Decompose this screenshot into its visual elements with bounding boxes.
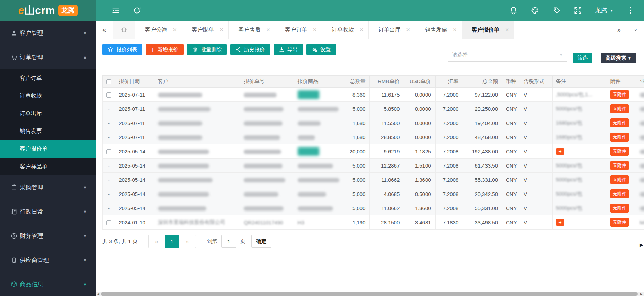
sidebar-item-供应商管理[interactable]: 供应商管理▼ bbox=[0, 248, 96, 272]
cell-customer bbox=[154, 201, 240, 215]
confirm-page-button[interactable]: 确定 bbox=[251, 235, 271, 248]
scrollbar-thumb[interactable] bbox=[101, 292, 638, 296]
column-header-报价单号: 报价单号 bbox=[240, 76, 294, 88]
current-page-button[interactable]: 1 bbox=[165, 235, 179, 248]
sidebar-item-商品信息[interactable]: 商品信息▼ bbox=[0, 272, 96, 296]
cell-qty: 1,190 bbox=[345, 215, 370, 230]
advanced-search-button[interactable]: 高级搜索 ▼ bbox=[601, 53, 636, 63]
close-icon[interactable]: ✕ bbox=[220, 27, 224, 33]
row-group-dash: - bbox=[108, 163, 110, 169]
close-icon[interactable]: ✕ bbox=[313, 27, 317, 33]
tab-label: 客户售后 bbox=[238, 26, 260, 34]
sidebar-subitem-客户报价单[interactable]: 客户报价单 bbox=[0, 140, 96, 158]
tab-bar: « 客户公海✕客户跟单✕客户售后✕客户订单✕订单收款✕订单出库✕销售发票✕客户报… bbox=[96, 21, 644, 39]
blurred-product-tag bbox=[298, 147, 319, 156]
column-header-RMB单价: RMB单价 bbox=[370, 76, 404, 88]
sidebar-item-采购管理[interactable]: 采购管理▼ bbox=[0, 175, 96, 199]
sidebar-subitem-客户订单[interactable]: 客户订单 bbox=[0, 69, 96, 87]
cell-salesperson bbox=[636, 144, 644, 159]
next-page-button[interactable]: » bbox=[179, 235, 196, 248]
toolbar-button-批量删除[interactable]: 批量删除 bbox=[187, 44, 227, 55]
tab-客户订单[interactable]: 客户订单✕ bbox=[275, 21, 322, 39]
sidebar-subitem-订单收款[interactable]: 订单收款 bbox=[0, 87, 96, 105]
close-icon[interactable]: ✕ bbox=[173, 27, 177, 33]
toolbar-button-设置[interactable]: 设置 bbox=[306, 44, 336, 55]
tag-icon[interactable] bbox=[552, 6, 561, 15]
crm-app: e山crm 龙腾 龙腾 ▼ bbox=[0, 0, 644, 296]
sidebar-item-订单管理[interactable]: 订单管理▲ bbox=[0, 45, 96, 69]
row-checkbox[interactable] bbox=[106, 220, 111, 225]
row-checkbox[interactable] bbox=[106, 149, 111, 154]
tab-订单出库[interactable]: 订单出库✕ bbox=[369, 21, 415, 39]
tab-销售发票[interactable]: 销售发票✕ bbox=[415, 21, 462, 39]
toolbar-button-历史报价[interactable]: 历史报价 bbox=[230, 44, 270, 55]
fullscreen-icon[interactable] bbox=[573, 6, 582, 15]
tabs-dropdown-icon[interactable]: ˅ bbox=[627, 21, 644, 39]
close-icon[interactable]: ✕ bbox=[359, 27, 364, 33]
goto-page-input[interactable] bbox=[221, 235, 236, 248]
cell-currency: CNY bbox=[502, 102, 520, 116]
collapse-menu-icon[interactable] bbox=[111, 6, 120, 15]
tab-客户公海[interactable]: 客户公海✕ bbox=[135, 21, 182, 39]
cell-qty: 5,000 bbox=[345, 159, 370, 173]
blurred-content bbox=[244, 150, 281, 154]
pager: « 1 » bbox=[148, 235, 196, 248]
scroll-right-arrow-icon[interactable]: ▶ bbox=[640, 292, 643, 296]
cell-tax-type: V bbox=[520, 187, 553, 201]
sidebar-item-客户管理[interactable]: 客户管理▼ bbox=[0, 21, 96, 45]
caret-down-icon: ▼ bbox=[83, 209, 87, 214]
cell-amount: 97,122.00 bbox=[463, 88, 502, 102]
sidebar-item-财务管理[interactable]: 财务管理▼ bbox=[0, 224, 96, 248]
sidebar-subitem-客户样品单[interactable]: 客户样品单 bbox=[0, 158, 96, 175]
sidebar-item-行政日常[interactable]: 行政日常▼ bbox=[0, 199, 96, 224]
no-attachment-badge: 无附件 bbox=[610, 90, 629, 99]
tabs-scroll-left-icon[interactable]: « bbox=[96, 21, 113, 39]
blurred-content bbox=[158, 164, 209, 168]
toolbar-button-新增报价[interactable]: +新增报价 bbox=[146, 44, 184, 55]
tab-订单收款[interactable]: 订单收款✕ bbox=[322, 21, 369, 39]
scroll-right-indicator-icon[interactable]: ▶ bbox=[640, 242, 643, 248]
theme-palette-icon[interactable] bbox=[530, 6, 539, 15]
tab-客户跟单[interactable]: 客户跟单✕ bbox=[182, 21, 229, 39]
add-remark-button[interactable]: + bbox=[556, 148, 564, 155]
cell-quote-date: 2025-05-14 bbox=[115, 159, 154, 173]
toolbar-button-label: 报价列表 bbox=[116, 46, 137, 53]
refresh-icon[interactable] bbox=[133, 6, 142, 15]
notifications-bell-icon[interactable] bbox=[509, 6, 518, 15]
tab-label: 订单收款 bbox=[332, 26, 354, 34]
tab-客户报价单[interactable]: 客户报价单✕ bbox=[462, 21, 514, 39]
select-all-checkbox[interactable] bbox=[106, 79, 111, 84]
close-icon[interactable]: ✕ bbox=[505, 27, 509, 33]
close-icon[interactable]: ✕ bbox=[266, 27, 270, 33]
pagination-summary: 共 3 条, 共 1 页 bbox=[102, 238, 138, 245]
tabs-scroll-right-icon[interactable]: » bbox=[611, 21, 627, 39]
blurred-content bbox=[298, 206, 333, 211]
cell-select: - bbox=[103, 201, 115, 215]
caret-down-icon: ▼ bbox=[83, 31, 87, 35]
toolbar-button-导出[interactable]: 导出 bbox=[274, 44, 303, 55]
filter-select[interactable]: 请选择 ▼ bbox=[448, 48, 567, 62]
sidebar-subitem-销售发票[interactable]: 销售发票 bbox=[0, 122, 96, 140]
horizontal-scrollbar[interactable]: ◀ ▶ bbox=[96, 292, 644, 296]
user-menu[interactable]: 龙腾 ▼ bbox=[595, 6, 614, 15]
home-tab[interactable] bbox=[113, 21, 135, 39]
select-all-header[interactable] bbox=[103, 76, 115, 88]
toolbar-button-报价列表[interactable]: 报价列表 bbox=[102, 44, 142, 55]
scroll-left-arrow-icon[interactable]: ◀ bbox=[97, 292, 99, 296]
add-remark-button[interactable]: + bbox=[556, 219, 564, 226]
cell-quote-no: QR24011017490 bbox=[240, 215, 294, 230]
filter-button[interactable]: 筛选 bbox=[573, 53, 592, 63]
sidebar-subitem-订单出库[interactable]: 订单出库 bbox=[0, 105, 96, 122]
goto-page-label: 到第 bbox=[207, 238, 217, 245]
cell-qty: 5,000 bbox=[345, 102, 370, 116]
column-header-汇率: 汇率 bbox=[435, 76, 463, 88]
blurred-content bbox=[640, 178, 644, 182]
more-options-icon[interactable] bbox=[626, 6, 635, 15]
row-checkbox[interactable] bbox=[106, 92, 111, 98]
close-icon[interactable]: ✕ bbox=[406, 27, 410, 33]
cell-customer bbox=[154, 116, 240, 130]
close-icon[interactable]: ✕ bbox=[453, 27, 457, 33]
tab-客户售后[interactable]: 客户售后✕ bbox=[229, 21, 275, 39]
cell-tax-type: V bbox=[520, 173, 553, 187]
prev-page-button[interactable]: « bbox=[148, 235, 165, 248]
